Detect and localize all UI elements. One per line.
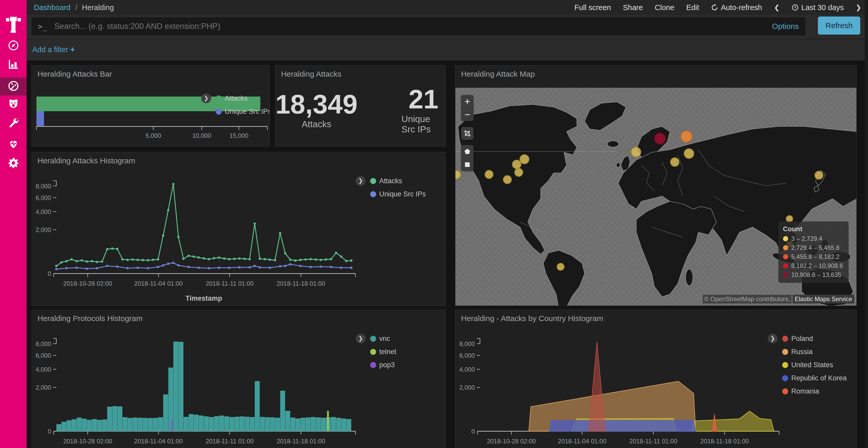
time-back-button[interactable]: ❮ — [774, 4, 780, 12]
draw-polygon-icon[interactable] — [461, 145, 473, 158]
attack-dot[interactable] — [654, 132, 666, 145]
panel-protocols-histogram: Heralding Protocols Histogram 2018-10-28… — [32, 310, 445, 448]
world-map[interactable]: + − Count 3 – 2,729.42,729.4 – 5,455.85,… — [456, 88, 857, 306]
refresh-button[interactable]: Refresh — [818, 16, 860, 35]
svg-text:8,000: 8,000 — [459, 340, 475, 347]
clone-button[interactable]: Clone — [655, 3, 675, 12]
add-filter-link[interactable]: Add a filter + — [32, 45, 75, 54]
sidebar-item-apm[interactable] — [0, 95, 27, 113]
legend-label: telnet — [379, 348, 396, 356]
legend-toggle-icon[interactable]: ❯ — [356, 334, 366, 343]
svg-text:2018-11-18 01:00: 2018-11-18 01:00 — [277, 438, 325, 445]
sidebar-item-dev-tools[interactable] — [0, 115, 27, 133]
legend-label: Poland — [791, 335, 813, 343]
svg-text:2018-10-28 02:00: 2018-10-28 02:00 — [487, 438, 536, 445]
legend-item[interactable]: Unique Src IPs — [370, 190, 426, 198]
legend-label: Romania — [791, 387, 819, 395]
scrollbar-track[interactable] — [865, 0, 868, 448]
legend-label: Unique Src IPs — [379, 190, 426, 198]
map-legend-swatch — [783, 254, 788, 260]
sidebar-item-monitoring[interactable] — [0, 135, 27, 153]
sidebar-item-dashboard[interactable] — [0, 77, 27, 96]
legend-item[interactable]: Russia — [782, 348, 847, 356]
legend-swatch — [782, 388, 788, 394]
sidebar-item-discover[interactable] — [0, 37, 27, 55]
zoom-in-button[interactable]: + — [461, 95, 473, 108]
auto-refresh-button[interactable]: Auto-refresh — [711, 3, 762, 12]
legend-label: vnc — [379, 335, 390, 343]
attack-dot[interactable] — [503, 175, 512, 184]
legend-swatch — [370, 191, 376, 197]
attack-dot[interactable] — [684, 148, 694, 159]
attack-dot[interactable] — [670, 158, 679, 167]
map-legend-swatch — [783, 245, 788, 250]
panel-title: Heralding Attacks Bar — [37, 70, 112, 78]
legend-item[interactable]: Attacks — [216, 95, 270, 102]
legend-swatch — [216, 96, 222, 101]
sidebar-item-management[interactable] — [0, 154, 27, 172]
attack-dot[interactable] — [680, 130, 692, 143]
map-legend-item: 5,455.8 – 8,182.2 — [783, 253, 843, 261]
legend-item[interactable]: Unique Src IPs — [216, 108, 270, 115]
legend-item[interactable]: vnc — [370, 335, 396, 343]
panel-title: Heralding Attacks — [281, 70, 341, 78]
legend-item[interactable]: pop3 — [370, 361, 396, 369]
attack-dot[interactable] — [456, 170, 461, 179]
svg-text:2018-11-04 01:00: 2018-11-04 01:00 — [134, 438, 183, 445]
panel-attacks-metric: Heralding Attacks 18,349 Attacks 21 Uniq… — [275, 65, 445, 146]
legend-toggle-icon[interactable]: ❯ — [201, 94, 211, 103]
plus-icon: + — [70, 45, 75, 54]
legend-item[interactable]: Romania — [782, 387, 847, 395]
legend-item[interactable]: Poland — [782, 335, 847, 343]
map-legend-item: 8,182.2 – 10,908.6 — [783, 262, 843, 269]
legend-item[interactable]: Attacks — [370, 177, 426, 185]
svg-text:5,000: 5,000 — [146, 132, 161, 139]
legend-label: Russia — [791, 348, 813, 356]
legend-label: Republic of Korea — [791, 374, 847, 382]
panel-title: Heralding Attack Map — [461, 70, 535, 78]
attack-dot[interactable] — [520, 154, 529, 164]
svg-text:4,000: 4,000 — [36, 366, 51, 373]
map-draw-controls — [461, 145, 473, 171]
svg-text:0: 0 — [471, 428, 475, 435]
legend-item[interactable]: telnet — [370, 348, 396, 356]
attack-dot[interactable] — [631, 147, 641, 157]
attack-dot[interactable] — [814, 171, 823, 180]
protocols-bar-chart[interactable]: 2018-10-28 02:002018-11-04 01:002018-11-… — [32, 310, 445, 448]
search-input[interactable] — [54, 22, 772, 31]
time-forward-button[interactable]: ❯ — [856, 4, 861, 12]
attack-dot[interactable] — [557, 263, 564, 271]
options-link[interactable]: Options — [772, 22, 799, 31]
legend-swatch — [782, 362, 788, 368]
zoom-out-button[interactable]: − — [461, 108, 473, 121]
legend-label: United States — [791, 361, 833, 369]
attack-dot[interactable] — [485, 170, 493, 179]
map-legend-item: 3 – 2,729.4 — [783, 235, 843, 242]
sidebar-item-visualize[interactable] — [0, 56, 27, 74]
attack-dot[interactable] — [514, 168, 523, 177]
fit-bounds-icon[interactable] — [461, 127, 473, 140]
attacks-line-chart[interactable]: 2018-10-28 02:002018-11-04 01:002018-11-… — [32, 152, 445, 306]
metric-unique-ips: 21 Unique Src IPs — [401, 85, 445, 134]
legend-item[interactable]: United States — [782, 361, 847, 369]
osm-attribution[interactable]: © OpenStreetMap contributors, — [703, 295, 792, 304]
legend-swatch — [370, 336, 376, 342]
refresh-icon — [711, 4, 718, 11]
map-legend-label: 8,182.2 – 10,908.6 — [791, 262, 843, 269]
search-box[interactable]: >_ Options — [32, 17, 805, 35]
share-button[interactable]: Share — [623, 3, 643, 12]
metric-label: Attacks — [302, 119, 332, 129]
elastic-maps-attribution[interactable]: Elastic Maps Service — [793, 295, 854, 304]
legend-toggle-icon[interactable]: ❯ — [768, 334, 778, 343]
draw-rectangle-icon[interactable] — [461, 158, 473, 171]
legend-toggle-icon[interactable]: ❯ — [356, 176, 366, 186]
edit-button[interactable]: Edit — [686, 3, 699, 12]
map-legend-item: 10,908.6 – 13,635 — [783, 271, 843, 278]
fullscreen-button[interactable]: Full screen — [574, 3, 611, 12]
bear-icon — [7, 98, 20, 110]
legend-item[interactable]: Republic of Korea — [782, 374, 847, 382]
svg-text:6,000: 6,000 — [36, 352, 51, 359]
breadcrumb-dashboard[interactable]: Dashboard — [34, 3, 70, 12]
telekom-logo[interactable] — [0, 11, 27, 39]
timepicker-button[interactable]: Last 30 days — [792, 3, 844, 12]
